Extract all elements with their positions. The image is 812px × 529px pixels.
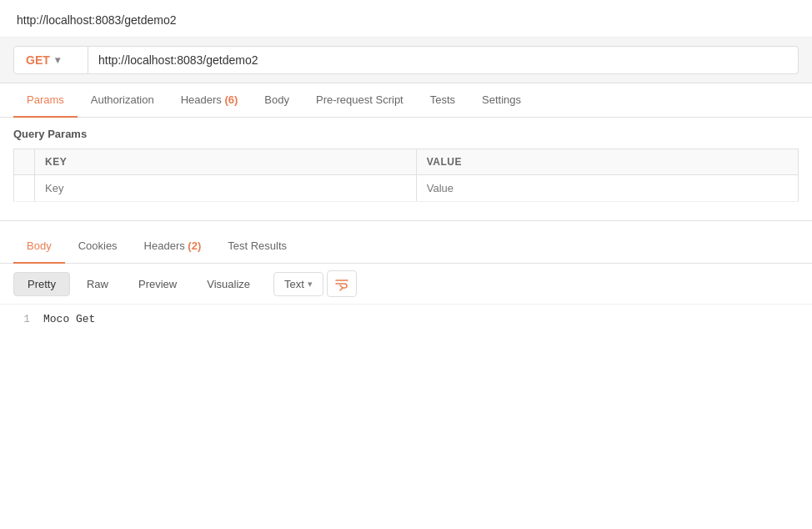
visualize-button[interactable]: Visualize [193, 273, 263, 295]
wrap-icon [334, 276, 349, 291]
method-label: GET [26, 53, 50, 67]
tab-response-cookies[interactable]: Cookies [65, 229, 131, 264]
key-input[interactable] [45, 182, 406, 194]
tab-headers[interactable]: Headers (6) [168, 83, 252, 118]
response-tabs: Body Cookies Headers (2) Test Results [0, 229, 812, 264]
code-output: 1 Moco Get [0, 305, 812, 334]
method-chevron-icon: ▾ [55, 54, 60, 66]
tab-settings[interactable]: Settings [469, 83, 534, 118]
wrap-button[interactable] [327, 270, 357, 297]
key-column-header: KEY [35, 149, 417, 175]
value-column-header: VALUE [416, 149, 798, 175]
tab-tests[interactable]: Tests [417, 83, 469, 118]
row-checkbox-cell [14, 175, 35, 202]
text-format-chevron-icon: ▾ [308, 279, 313, 290]
request-tabs: Params Authorization Headers (6) Body Pr… [0, 83, 812, 118]
preview-button[interactable]: Preview [125, 273, 190, 295]
line-number: 1 [13, 313, 30, 325]
section-divider [0, 220, 812, 221]
tab-authorization[interactable]: Authorization [78, 83, 168, 118]
url-input[interactable] [88, 46, 799, 74]
params-table: KEY VALUE [13, 149, 799, 202]
response-section: Body Cookies Headers (2) Test Results Pr… [0, 229, 812, 334]
pretty-button[interactable]: Pretty [13, 272, 70, 296]
query-params-section: Query Params KEY VALUE [0, 118, 812, 212]
tab-body[interactable]: Body [251, 83, 303, 118]
format-bar: Pretty Raw Preview Visualize Text ▾ [0, 264, 812, 305]
tab-response-body[interactable]: Body [13, 229, 65, 264]
raw-button[interactable]: Raw [73, 273, 122, 295]
tab-response-headers[interactable]: Headers (2) [131, 229, 215, 264]
line-content: Moco Get [43, 313, 95, 325]
text-format-label: Text [284, 278, 304, 290]
value-input[interactable] [427, 182, 788, 194]
method-dropdown[interactable]: GET ▾ [13, 46, 88, 74]
checkbox-col-header [14, 149, 35, 175]
page-title: http://localhost:8083/getdemo2 [0, 0, 812, 38]
table-row [14, 175, 799, 202]
code-line: 1 Moco Get [13, 313, 799, 325]
tab-response-test-results[interactable]: Test Results [214, 229, 300, 264]
tab-pre-request-script[interactable]: Pre-request Script [303, 83, 417, 118]
url-bar: GET ▾ [0, 38, 812, 83]
tab-params[interactable]: Params [13, 83, 78, 118]
text-format-dropdown[interactable]: Text ▾ [273, 272, 323, 296]
query-params-title: Query Params [13, 128, 799, 140]
